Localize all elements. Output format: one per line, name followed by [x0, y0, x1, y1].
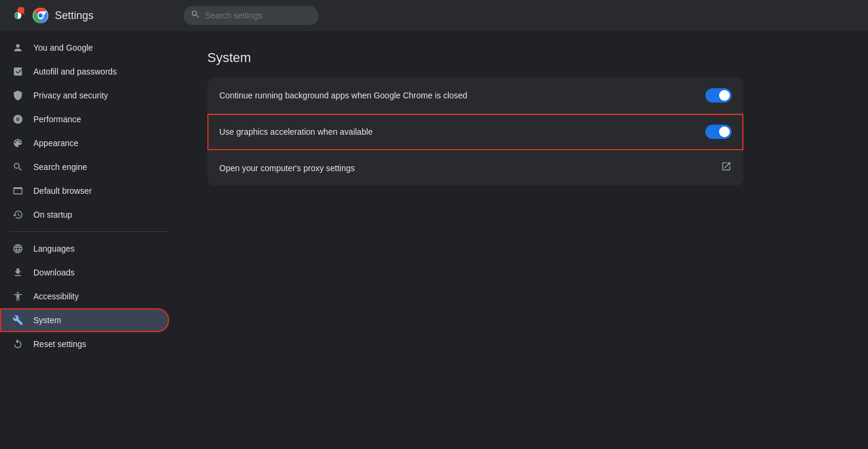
top-bar: Settings	[0, 0, 868, 31]
graphics-acceleration-row: Use graphics acceleration when available	[207, 114, 743, 150]
sidebar-item-downloads[interactable]: Downloads	[0, 261, 169, 284]
sidebar-item-label: On startup	[33, 210, 72, 219]
sidebar-item-accessibility[interactable]: Accessibility	[0, 284, 169, 308]
page-title: Settings	[55, 10, 94, 22]
sidebar-item-system[interactable]: System	[0, 308, 169, 332]
performance-icon	[12, 113, 24, 125]
accessibility-icon	[12, 290, 24, 302]
search-icon	[191, 10, 200, 21]
proxy-settings-row[interactable]: Open your computer's proxy settings	[207, 150, 743, 185]
sidebar-item-autofill[interactable]: Autofill and passwords	[0, 60, 169, 83]
wrench-icon	[12, 314, 24, 326]
svg-point-3	[39, 14, 43, 18]
external-link-icon	[721, 161, 732, 175]
sidebar-item-you-and-google[interactable]: You and Google	[0, 36, 169, 60]
sidebar-item-label: System	[33, 315, 61, 325]
sidebar-item-default-browser[interactable]: Default browser	[0, 179, 169, 203]
background-apps-row: Continue running background apps when Go…	[207, 78, 743, 114]
section-title: System	[207, 50, 839, 66]
graphics-acceleration-toggle[interactable]	[705, 125, 732, 139]
sidebar-item-search-engine[interactable]: Search engine	[0, 155, 169, 179]
logo-area: Settings	[10, 7, 176, 24]
sidebar-item-performance[interactable]: Performance	[0, 107, 169, 131]
sidebar-item-label: Default browser	[33, 186, 92, 196]
sidebar-item-appearance[interactable]: Appearance	[0, 131, 169, 155]
person-icon	[12, 42, 24, 54]
sidebar-item-label: Autofill and passwords	[33, 67, 117, 76]
sidebar-item-label: Languages	[33, 244, 74, 253]
palette-icon	[12, 137, 24, 149]
download-icon	[12, 267, 24, 278]
sidebar-item-languages[interactable]: Languages	[0, 237, 169, 261]
chrome-logo-icon	[10, 7, 26, 24]
sidebar-item-label: Performance	[33, 114, 81, 124]
sidebar-item-label: Downloads	[33, 268, 74, 277]
sidebar-item-reset-settings[interactable]: Reset settings	[0, 332, 169, 356]
toggle-track	[705, 125, 732, 139]
sidebar-item-label: Reset settings	[33, 339, 86, 349]
settings-card: Continue running background apps when Go…	[207, 78, 743, 185]
sidebar-item-privacy[interactable]: Privacy and security	[0, 83, 169, 107]
background-apps-label: Continue running background apps when Go…	[219, 91, 467, 100]
shield-icon	[12, 89, 24, 101]
toggle-thumb	[719, 126, 730, 137]
search-container	[183, 6, 696, 25]
sidebar: You and Google Autofill and passwords Pr…	[0, 31, 179, 449]
search-engine-icon	[12, 161, 24, 173]
globe-icon	[12, 243, 24, 255]
sidebar-item-label: Search engine	[33, 162, 87, 172]
sidebar-divider	[10, 231, 169, 232]
autofill-icon	[12, 66, 24, 78]
sidebar-item-label: You and Google	[33, 43, 93, 52]
startup-icon	[12, 209, 24, 221]
sidebar-item-label: Privacy and security	[33, 91, 108, 100]
search-input[interactable]	[183, 6, 319, 25]
proxy-settings-label: Open your computer's proxy settings	[219, 163, 355, 173]
main-layout: You and Google Autofill and passwords Pr…	[0, 31, 868, 449]
sidebar-item-label: Accessibility	[33, 292, 79, 301]
sidebar-item-label: Appearance	[33, 138, 79, 148]
background-apps-toggle[interactable]	[705, 88, 732, 103]
graphics-acceleration-label: Use graphics acceleration when available	[219, 127, 373, 137]
toggle-track	[705, 88, 732, 103]
browser-icon	[12, 185, 24, 197]
chrome-logo-icon	[32, 7, 49, 24]
sidebar-item-on-startup[interactable]: On startup	[0, 203, 169, 227]
toggle-thumb	[719, 90, 730, 101]
reset-icon	[12, 338, 24, 350]
content-area: System Continue running background apps …	[179, 31, 868, 449]
